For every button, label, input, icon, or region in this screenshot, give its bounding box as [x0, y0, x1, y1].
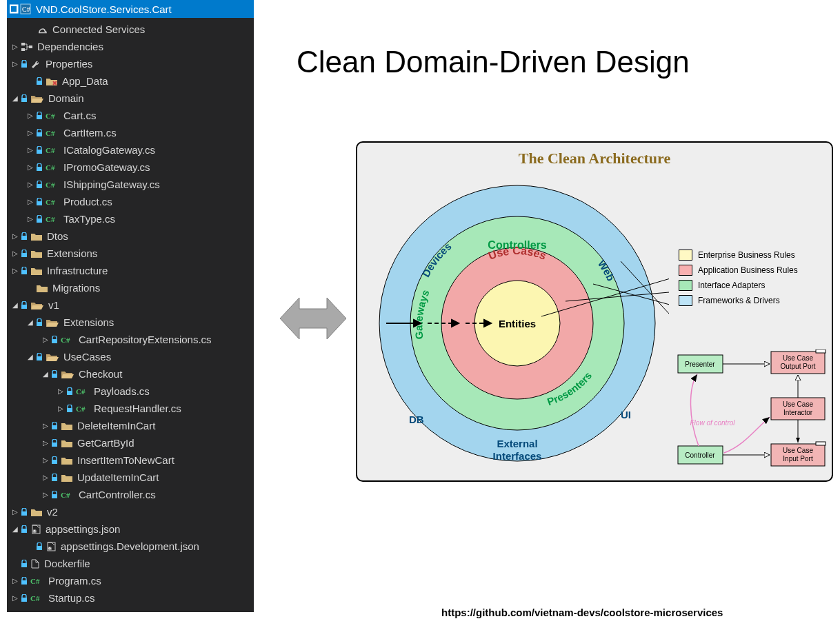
tree-item[interactable]: ▷C#Payloads.cs — [7, 383, 254, 400]
tree-item[interactable]: ▷Dtos — [7, 227, 254, 245]
expand-toggle-icon[interactable]: ▷ — [26, 181, 34, 188]
expand-toggle-icon[interactable]: ◢ — [26, 318, 34, 326]
tree-item[interactable]: ▷UpdateItemInCart — [7, 469, 254, 486]
tree-item[interactable]: ▷v2 — [7, 503, 254, 520]
tree-item[interactable]: ▷C#RequestHandler.cs — [7, 400, 254, 417]
tree-item[interactable]: ▷GetCartById — [7, 434, 254, 451]
tree-item-label: Infrastructure — [47, 265, 108, 276]
expand-toggle-icon[interactable]: ◢ — [11, 94, 19, 102]
expand-toggle-icon[interactable]: ▷ — [26, 163, 34, 171]
expand-toggle-icon[interactable]: ▷ — [11, 250, 19, 257]
tree-item-label: appsettings.Development.json — [61, 540, 199, 552]
expand-toggle-icon[interactable]: ▷ — [57, 387, 65, 395]
tree-item[interactable]: ▷C#Product.cs — [7, 193, 254, 210]
tree-item[interactable]: ▷Infrastructure — [7, 262, 254, 279]
tree-item-label: CartController.cs — [79, 489, 156, 500]
tree-item[interactable]: ▷C#IPromoGateway.cs — [7, 159, 254, 176]
tree-item[interactable]: ▷Properties — [7, 55, 254, 72]
expand-toggle-icon[interactable]: ▷ — [26, 146, 34, 154]
svg-rect-50 — [21, 563, 27, 567]
csharp-file-icon: C# — [76, 404, 90, 414]
tree-item[interactable]: ◢appsettings.json — [7, 520, 254, 538]
expand-toggle-icon[interactable]: ▷ — [41, 491, 50, 498]
tree-item[interactable]: Connected Services — [7, 21, 254, 38]
svg-text:Use Case: Use Case — [783, 354, 813, 362]
tree-item[interactable]: appsettings.Development.json — [7, 538, 254, 555]
tree-item[interactable]: Migrations — [7, 279, 254, 296]
expand-toggle-icon[interactable]: ▷ — [41, 456, 50, 464]
folder-open-icon — [46, 318, 59, 327]
expand-toggle-icon[interactable]: ▷ — [26, 129, 34, 136]
tree-item[interactable]: ▷C#Program.cs — [7, 572, 254, 589]
expand-toggle-icon[interactable]: ▷ — [26, 215, 34, 223]
svg-marker-55 — [280, 298, 346, 339]
tree-item-label: Domain — [48, 92, 84, 104]
expand-toggle-icon[interactable]: ◢ — [11, 301, 19, 309]
tree-item[interactable]: ▷Extensions — [7, 245, 254, 262]
lock-icon — [21, 232, 28, 241]
tree-item[interactable]: ◢Checkout — [7, 365, 254, 383]
svg-text:Interactor: Interactor — [783, 409, 813, 416]
svg-text:Entities: Entities — [499, 318, 536, 329]
legend-item: Frameworks & Drivers — [679, 295, 798, 306]
tree-item[interactable]: ◢Extensions — [7, 314, 254, 331]
svg-rect-28 — [37, 322, 42, 326]
expand-toggle-icon[interactable]: ▷ — [11, 267, 19, 274]
tree-item[interactable]: ▷C#IShippingGateway.cs — [7, 176, 254, 193]
csharp-file-icon: C# — [61, 490, 74, 500]
tree-item[interactable]: ▷C#CartRepositoryExtensions.cs — [7, 331, 254, 348]
folder-icon — [61, 438, 73, 448]
expand-toggle-icon[interactable]: ▷ — [41, 336, 50, 343]
tree-item[interactable]: ▷C#TaxType.cs — [7, 210, 254, 227]
tree-item[interactable]: ▷DeleteItemInCart — [7, 417, 254, 434]
lock-icon — [51, 474, 58, 482]
tree-item[interactable]: ▷C#CartItem.cs — [7, 124, 254, 141]
wrench-icon — [30, 59, 41, 69]
tree-item[interactable]: ▷Dependencies — [7, 38, 254, 55]
tree-item-label: appsettings.json — [46, 523, 120, 535]
expand-toggle-icon[interactable]: ◢ — [26, 353, 34, 360]
expand-toggle-icon[interactable]: ▷ — [41, 439, 50, 447]
tree-item[interactable]: ▷C#CartController.cs — [7, 486, 254, 503]
svg-text:Use Case: Use Case — [783, 400, 813, 408]
lock-icon — [51, 422, 58, 430]
folder-open-icon — [61, 369, 74, 379]
tree-item[interactable]: App_Data — [7, 72, 254, 90]
legend-label: Enterprise Business Rules — [698, 250, 795, 260]
lock-icon — [36, 353, 43, 361]
expand-toggle-icon[interactable]: ▷ — [11, 60, 19, 68]
tree-item[interactable]: ▷InsertItemToNewCart — [7, 451, 254, 469]
tree-item-label: Extensions — [47, 247, 97, 259]
tree-item-label: UpdateItemInCart — [77, 471, 159, 483]
lock-icon — [21, 250, 28, 258]
legend-item: Application Business Rules — [679, 265, 798, 276]
tree-item[interactable]: ◢v1 — [7, 296, 254, 314]
svg-rect-22 — [37, 219, 42, 223]
expand-toggle-icon[interactable]: ◢ — [41, 370, 50, 378]
file-tree: Connected Services▷Dependencies▷Properti… — [7, 18, 254, 612]
expand-toggle-icon[interactable]: ▷ — [57, 405, 65, 412]
footer-link[interactable]: https://github.com/vietnam-devs/coolstor… — [441, 607, 723, 618]
expand-toggle-icon[interactable]: ◢ — [11, 525, 19, 533]
svg-rect-39 — [52, 460, 57, 464]
expand-toggle-icon[interactable]: ▷ — [11, 594, 19, 602]
legend-label: Application Business Rules — [698, 265, 798, 275]
expand-toggle-icon[interactable]: ▷ — [41, 474, 50, 481]
tree-item-label: UseCases — [63, 351, 111, 363]
tree-item[interactable]: ▷C#ICatalogGateway.cs — [7, 141, 254, 159]
tree-item[interactable]: ▷C#Cart.cs — [7, 107, 254, 124]
expand-toggle-icon[interactable]: ▷ — [26, 112, 34, 119]
expand-toggle-icon[interactable]: ▷ — [11, 43, 19, 50]
expand-toggle-icon[interactable]: ▷ — [11, 232, 19, 240]
expand-toggle-icon[interactable]: ▷ — [11, 508, 19, 516]
tree-item[interactable]: Dockerfile — [7, 555, 254, 572]
svg-rect-7 — [21, 63, 27, 68]
expand-toggle-icon[interactable]: ▷ — [11, 577, 19, 585]
expand-toggle-icon[interactable]: ▷ — [41, 422, 50, 429]
expand-toggle-icon[interactable]: ▷ — [26, 198, 34, 205]
tree-item[interactable]: ◢UseCases — [7, 348, 254, 365]
tree-item-label: Startup.cs — [48, 592, 95, 604]
tree-item[interactable]: ◢Domain — [7, 90, 254, 107]
project-header[interactable]: C# VND.CoolStore.Services.Cart — [7, 0, 254, 18]
tree-item[interactable]: ▷C#Startup.cs — [7, 589, 254, 607]
